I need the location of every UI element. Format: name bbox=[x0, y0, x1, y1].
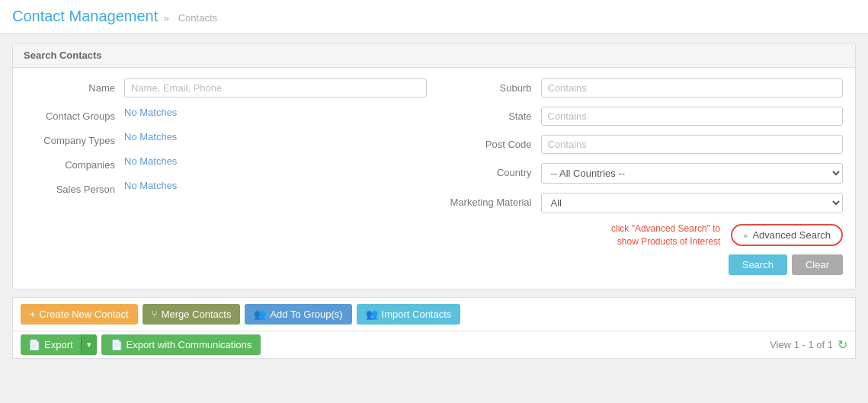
import-icon: 👥 bbox=[366, 309, 378, 320]
advanced-search-hint: click "Advanced Search" toshow Products … bbox=[611, 222, 720, 248]
search-button[interactable]: Search bbox=[729, 254, 787, 275]
advanced-search-button[interactable]: » Advanced Search bbox=[731, 224, 843, 246]
company-types-value: No Matches bbox=[124, 128, 177, 142]
export-button[interactable]: 📄 Export bbox=[21, 334, 81, 355]
page-title: Contact Management bbox=[12, 8, 158, 24]
company-types-label: Company Types bbox=[25, 131, 124, 146]
view-info-text: View 1 - 1 of 1 bbox=[770, 339, 833, 350]
country-select[interactable]: -- All Countries -- bbox=[541, 163, 844, 184]
post-code-label: Post Code bbox=[442, 135, 541, 150]
sales-person-label: Sales Person bbox=[25, 180, 124, 195]
breadcrumb: Contacts bbox=[178, 12, 217, 24]
name-label: Name bbox=[25, 78, 124, 94]
export-icon: 📄 bbox=[28, 339, 40, 350]
merge-icon: ⑂ bbox=[152, 309, 158, 320]
refresh-icon[interactable]: ↻ bbox=[838, 337, 847, 352]
add-to-groups-button[interactable]: 👥 Add To Group(s) bbox=[245, 304, 351, 325]
clear-button[interactable]: Clear bbox=[792, 254, 843, 275]
companies-label: Companies bbox=[25, 155, 124, 171]
export-comm-icon: 📄 bbox=[111, 339, 123, 350]
suburb-label: Suburb bbox=[442, 78, 541, 94]
export-dropdown-arrow[interactable]: ▾ bbox=[81, 334, 97, 355]
sales-person-value: No Matches bbox=[124, 177, 177, 191]
breadcrumb-separator: » Contacts bbox=[161, 12, 220, 24]
marketing-material-select[interactable]: All bbox=[541, 193, 844, 213]
post-code-input[interactable] bbox=[541, 135, 844, 154]
merge-contacts-button[interactable]: ⑂ Merge Contacts bbox=[143, 304, 241, 325]
companies-value: No Matches bbox=[124, 152, 177, 167]
state-input[interactable] bbox=[541, 107, 844, 126]
plus-icon: + bbox=[30, 309, 36, 320]
marketing-material-label: Marketing Material bbox=[442, 193, 541, 208]
export-split-button[interactable]: 📄 Export ▾ bbox=[21, 334, 97, 355]
name-input[interactable] bbox=[124, 78, 427, 98]
chevron-icon: » bbox=[743, 231, 748, 240]
import-contacts-button[interactable]: 👥 Import Contacts bbox=[357, 304, 461, 325]
contact-groups-value: No Matches bbox=[124, 104, 177, 118]
export-with-communications-button[interactable]: 📄 Export with Communications bbox=[101, 334, 261, 355]
search-panel-title: Search Contacts bbox=[13, 43, 855, 68]
state-label: State bbox=[442, 107, 541, 122]
group-add-icon: 👥 bbox=[254, 309, 266, 320]
create-new-contact-button[interactable]: + Create New Contact bbox=[21, 304, 138, 325]
country-label: Country bbox=[442, 163, 541, 178]
suburb-input[interactable] bbox=[541, 78, 844, 98]
contact-groups-label: Contact Groups bbox=[25, 107, 124, 122]
